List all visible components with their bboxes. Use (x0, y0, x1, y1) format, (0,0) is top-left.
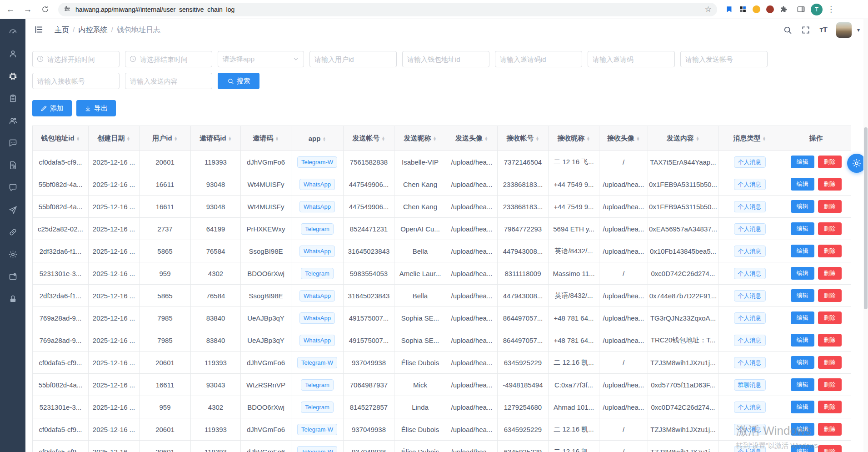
delete-button[interactable]: 删除 (818, 222, 842, 235)
edit-button[interactable]: 编辑 (791, 401, 814, 413)
edit-button[interactable]: 编辑 (791, 267, 814, 280)
edit-button[interactable]: 编辑 (791, 289, 814, 302)
recv-account-input[interactable] (32, 73, 120, 89)
sidebar-item-broadcast[interactable] (8, 205, 18, 215)
edit-button[interactable]: 编辑 (791, 156, 814, 168)
sidebar-item-security[interactable] (8, 294, 18, 304)
side-panel-icon[interactable] (796, 5, 805, 14)
delete-button[interactable]: 删除 (818, 445, 842, 452)
app-select[interactable]: 请选择app (218, 51, 304, 67)
sidebar-item-internal-system[interactable] (8, 71, 18, 81)
sidebar-item-pages[interactable] (8, 271, 18, 281)
column-header-invite_id[interactable]: 邀请码id▲▼ (191, 126, 241, 151)
sort-caret-icon[interactable]: ▲▼ (587, 136, 590, 141)
sidebar-item-settings[interactable] (8, 249, 18, 259)
delete-button[interactable]: 删除 (818, 156, 842, 168)
sort-caret-icon[interactable]: ▲▼ (127, 136, 130, 141)
browser-back-button[interactable]: ← (4, 3, 17, 16)
column-header-send_avatar[interactable]: 发送头像▲▼ (446, 126, 498, 151)
delete-button[interactable]: 删除 (818, 200, 842, 213)
column-header-content[interactable]: 发送内容▲▼ (648, 126, 718, 151)
end-time-input[interactable] (125, 51, 212, 67)
edit-button[interactable]: 编辑 (791, 334, 814, 347)
browser-reload-button[interactable] (38, 3, 52, 16)
column-header-user_id[interactable]: 用户id▲▼ (140, 126, 191, 151)
column-header-send_nick[interactable]: 发送昵称▲▼ (394, 126, 446, 151)
sidebar-collapse-icon[interactable] (34, 25, 45, 35)
end-time-picker[interactable] (125, 51, 212, 67)
sort-caret-icon[interactable]: ▲▼ (433, 136, 437, 141)
extension-red-icon[interactable] (765, 5, 774, 14)
delete-button[interactable]: 删除 (818, 267, 842, 280)
column-header-msg_type[interactable]: 消息类型▲▼ (718, 126, 781, 151)
font-size-icon[interactable]: тT (819, 25, 827, 35)
column-header-app[interactable]: app▲▼ (291, 126, 344, 151)
breadcrumb-internal[interactable]: 内控系统 (78, 25, 107, 35)
delete-button[interactable]: 删除 (818, 289, 842, 302)
column-header-recv_account[interactable]: 接收帐号▲▼ (498, 126, 549, 151)
omnibox[interactable]: haiwang.app/miwang#/internal/user_sensit… (58, 3, 717, 16)
edit-button[interactable]: 编辑 (791, 311, 814, 324)
column-header-send_account[interactable]: 发送帐号▲▼ (344, 126, 394, 151)
sort-caret-icon[interactable]: ▲▼ (228, 136, 232, 141)
sort-caret-icon[interactable]: ▲▼ (275, 136, 279, 141)
delete-button[interactable]: 删除 (818, 311, 842, 324)
delete-button[interactable]: 删除 (818, 401, 842, 413)
sort-caret-icon[interactable]: ▲▼ (76, 136, 80, 141)
edit-button[interactable]: 编辑 (791, 178, 814, 191)
start-time-input[interactable] (32, 51, 120, 67)
sort-caret-icon[interactable]: ▲▼ (763, 136, 766, 141)
edit-button[interactable]: 编辑 (791, 245, 814, 257)
wallet-id-input[interactable] (402, 51, 489, 67)
edit-button[interactable]: 编辑 (791, 222, 814, 235)
sidebar-item-users[interactable] (8, 49, 18, 59)
sort-caret-icon[interactable]: ▲▼ (484, 136, 488, 141)
column-header-created[interactable]: 创建日期▲▼ (89, 126, 140, 151)
sort-caret-icon[interactable]: ▲▼ (174, 136, 178, 141)
column-header-recv_nick[interactable]: 接收昵称▲▼ (549, 126, 599, 151)
sidebar-item-audit-log[interactable] (8, 160, 18, 170)
extension-emoji-icon[interactable] (752, 5, 761, 14)
delete-button[interactable]: 删除 (818, 245, 842, 257)
browser-profile-avatar[interactable]: T (811, 4, 823, 15)
invite-code-input[interactable] (588, 51, 675, 67)
sidebar-item-agents[interactable] (8, 116, 18, 126)
search-button[interactable]: 搜索 (218, 73, 259, 89)
user-id-input[interactable] (309, 51, 397, 67)
edit-button[interactable]: 编辑 (791, 423, 814, 436)
start-time-picker[interactable] (32, 51, 120, 67)
edit-button[interactable]: 编辑 (791, 200, 814, 213)
browser-forward-button[interactable]: → (21, 3, 35, 16)
column-header-wallet_id[interactable]: 钱包地址id▲▼ (33, 126, 89, 151)
add-button[interactable]: 添加 (32, 100, 72, 116)
breadcrumb-home[interactable]: 主页 (55, 25, 69, 35)
bookmark-star-icon[interactable]: ☆ (705, 5, 712, 14)
edit-button[interactable]: 编辑 (791, 445, 814, 452)
delete-button[interactable]: 删除 (818, 423, 842, 436)
sidebar-item-messages[interactable] (8, 138, 18, 148)
invite-id-input[interactable] (495, 51, 582, 67)
column-header-recv_avatar[interactable]: 接收头像▲▼ (599, 126, 648, 151)
sort-caret-icon[interactable]: ▲▼ (536, 136, 539, 141)
send-account-input[interactable] (680, 51, 768, 67)
send-content-input[interactable] (125, 73, 212, 89)
delete-button[interactable]: 删除 (818, 178, 842, 191)
sort-caret-icon[interactable]: ▲▼ (382, 136, 385, 141)
browser-menu-button[interactable]: ⋮ (827, 5, 835, 14)
fullscreen-icon[interactable] (801, 25, 810, 35)
search-icon[interactable] (783, 25, 792, 35)
delete-button[interactable]: 删除 (818, 334, 842, 347)
column-header-invite_code[interactable]: 邀请码▲▼ (241, 126, 291, 151)
sidebar-item-orders[interactable] (8, 93, 18, 103)
edit-button[interactable]: 编辑 (791, 378, 814, 391)
sort-caret-icon[interactable]: ▲▼ (322, 137, 326, 141)
site-settings-icon[interactable] (64, 5, 71, 14)
sidebar-item-links[interactable] (8, 227, 18, 237)
sort-caret-icon[interactable]: ▲▼ (696, 136, 699, 141)
export-button[interactable]: 导出 (76, 100, 116, 116)
extensions-puzzle-icon[interactable] (779, 5, 788, 14)
delete-button[interactable]: 删除 (818, 378, 842, 391)
scrollbar-thumb[interactable] (864, 127, 868, 309)
extension-grid-icon[interactable] (738, 5, 747, 14)
extension-flag-icon[interactable] (724, 5, 733, 14)
